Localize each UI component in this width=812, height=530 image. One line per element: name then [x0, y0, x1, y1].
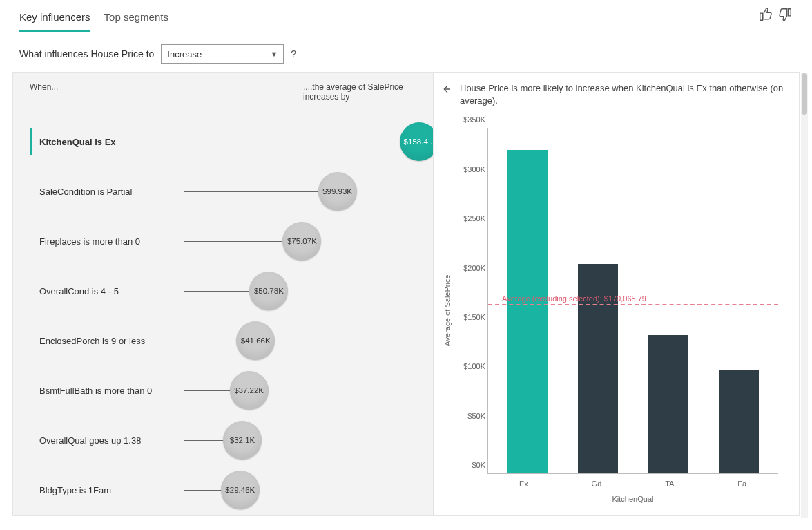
- track-line: [184, 490, 226, 491]
- help-icon[interactable]: ?: [291, 48, 296, 59]
- tabs: Key influencers Top segments: [19, 7, 168, 32]
- bar-chart: $0K$50K$100K$150K$200K$250K$300K$350KAve…: [487, 128, 778, 474]
- influencer-bubble[interactable]: $75.07K: [282, 222, 321, 261]
- influencer-row[interactable]: OverallQual goes up 1.38$32.1K: [30, 415, 414, 465]
- influencer-label: SaleCondition is Partial: [39, 187, 184, 197]
- track-line: [184, 440, 229, 441]
- tab-key-influencers[interactable]: Key influencers: [19, 7, 90, 32]
- question-prefix: What influences House Price to: [19, 48, 154, 59]
- y-tick: $150K: [458, 313, 485, 321]
- track-line: [184, 390, 235, 391]
- influencer-row[interactable]: Fireplaces is more than 0$75.07K: [30, 216, 414, 266]
- bar[interactable]: [648, 335, 688, 473]
- y-tick: $0K: [458, 461, 485, 469]
- influencer-row[interactable]: SaleCondition is Partial$99.93K: [30, 167, 414, 216]
- influencer-label: OverallQual goes up 1.38: [39, 435, 184, 446]
- y-tick: $50K: [458, 412, 485, 420]
- influencer-row[interactable]: BsmtFullBath is more than 0$37.22K: [30, 366, 414, 415]
- tab-top-segments[interactable]: Top segments: [104, 7, 168, 32]
- question-row: What influences House Price to Increase …: [0, 32, 812, 72]
- influencers-panel: When... ....the average of SalePrice inc…: [12, 72, 434, 516]
- chart-inner: $0K$50K$100K$150K$200K$250K$300K$350KAve…: [454, 114, 786, 507]
- y-tick: $100K: [458, 362, 485, 370]
- scrollbar[interactable]: [801, 73, 808, 518]
- y-tick: $200K: [458, 264, 485, 272]
- selection-indicator: [30, 227, 32, 255]
- chevron-down-icon: ▼: [270, 50, 278, 58]
- chart-description: House Price is more likely to increase w…: [460, 82, 786, 107]
- influencer-bubble[interactable]: $41.66K: [236, 321, 275, 360]
- selection-indicator: [30, 377, 32, 404]
- influencers-header: When... ....the average of SalePrice inc…: [30, 82, 414, 102]
- body: When... ....the average of SalePrice inc…: [0, 72, 812, 529]
- direction-select[interactable]: Increase ▼: [161, 44, 284, 64]
- influencer-row[interactable]: BldgType is 1Fam$29.46K: [30, 465, 414, 515]
- influencer-track: $158.4...: [184, 141, 414, 142]
- increases-by-label: ....the average of SalePrice increases b…: [303, 82, 414, 102]
- direction-select-value: Increase: [167, 49, 202, 59]
- influencer-track: $37.22K: [184, 390, 414, 391]
- track-line: [184, 341, 242, 341]
- reference-line: [488, 304, 778, 305]
- chart-description-row: House Price is more likely to increase w…: [441, 82, 786, 107]
- influencer-bubble[interactable]: $99.93K: [318, 172, 357, 211]
- influencer-row[interactable]: EnclosedPorch is 9 or less$41.66K: [30, 316, 414, 366]
- selection-indicator: [30, 277, 32, 305]
- influencer-bubble[interactable]: $32.1K: [223, 421, 262, 460]
- track-line: [184, 291, 255, 292]
- influencer-track: $99.93K: [184, 191, 414, 192]
- thumbs-down-icon[interactable]: [777, 7, 793, 25]
- y-tick: $350K: [458, 115, 485, 124]
- back-arrow-icon[interactable]: [441, 84, 453, 96]
- x-tick: Fa: [737, 480, 746, 488]
- x-tick: Gd: [592, 480, 602, 488]
- header-row: Key influencers Top segments: [0, 0, 812, 32]
- influencers-list: KitchenQual is Ex$158.4...SaleCondition …: [30, 117, 414, 515]
- scroll-thumb[interactable]: [802, 73, 807, 115]
- selection-indicator: [30, 476, 32, 504]
- influencer-bubble[interactable]: $158.4...: [400, 122, 434, 161]
- reference-line-label: Average (excluding selected): $170,065.7…: [502, 294, 646, 303]
- influencer-row[interactable]: OverallCond is 4 - 5$50.78K: [30, 266, 414, 316]
- selection-indicator: [30, 178, 32, 205]
- track-line: [184, 142, 405, 142]
- influencer-bubble[interactable]: $50.78K: [249, 272, 288, 310]
- selection-indicator: [30, 327, 32, 354]
- chart-panel: House Price is more likely to increase w…: [434, 72, 800, 516]
- influencer-bubble[interactable]: $29.46K: [221, 471, 260, 509]
- bar[interactable]: [508, 150, 548, 473]
- influencer-row[interactable]: KitchenQual is Ex$158.4...: [30, 117, 414, 167]
- influencer-label: OverallCond is 4 - 5: [39, 286, 184, 296]
- influencer-track: $32.1K: [184, 439, 414, 441]
- chart-wrap: Average of SalePrice $0K$50K$100K$150K$2…: [441, 114, 786, 507]
- influencer-track: $41.66K: [184, 340, 414, 341]
- x-ticks: ExGdTAFa: [487, 480, 778, 488]
- track-line: [184, 191, 324, 192]
- influencer-label: BsmtFullBath is more than 0: [39, 386, 184, 396]
- influencer-track: $29.46K: [184, 489, 414, 491]
- influencer-label: BldgType is 1Fam: [39, 485, 184, 495]
- selection-indicator: [30, 426, 32, 454]
- influencer-label: EnclosedPorch is 9 or less: [39, 336, 184, 346]
- influencer-track: $75.07K: [184, 240, 414, 242]
- influencer-bubble[interactable]: $37.22K: [230, 371, 269, 410]
- x-tick: Ex: [519, 480, 528, 488]
- influencer-label: KitchenQual is Ex: [39, 137, 184, 147]
- selection-indicator: [30, 128, 32, 155]
- x-axis-label: KitchenQual: [487, 495, 778, 503]
- influencer-track: $50.78K: [184, 290, 414, 292]
- bar[interactable]: [719, 370, 759, 473]
- track-line: [184, 241, 288, 242]
- influencer-label: Fireplaces is more than 0: [39, 236, 184, 247]
- when-label: When...: [30, 82, 58, 102]
- y-tick: $250K: [458, 214, 485, 223]
- feedback-icons: [758, 7, 793, 25]
- y-axis-label: Average of SalePrice: [441, 114, 454, 507]
- y-tick: $300K: [458, 165, 485, 173]
- x-tick: TA: [665, 480, 674, 488]
- thumbs-up-icon[interactable]: [758, 7, 773, 25]
- key-influencers-visual: Key influencers Top segments What influe…: [0, 0, 812, 530]
